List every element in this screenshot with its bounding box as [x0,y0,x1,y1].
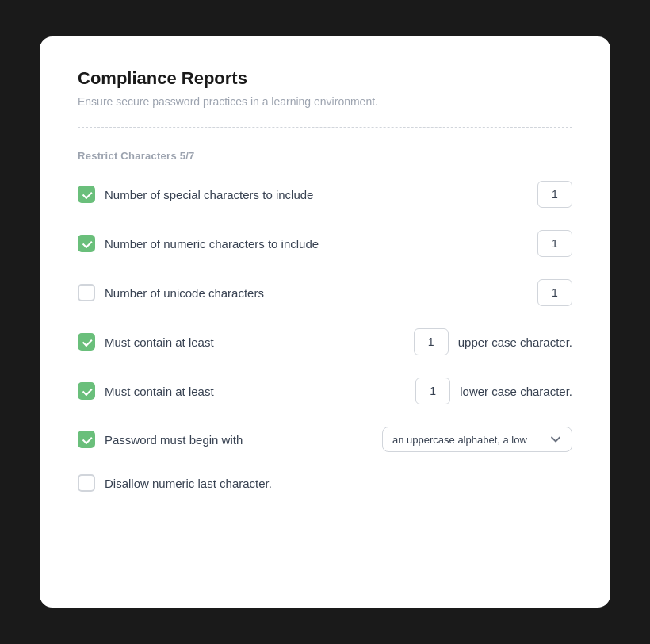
divider [78,127,572,128]
option-row-begin-with: Password must begin withan uppercase alp… [78,427,572,452]
dropdown-begin-with[interactable]: an uppercase alphabet, a low [382,427,572,452]
option-label-special-chars: Number of special characters to include [105,188,528,201]
checkbox-unicode-chars[interactable] [78,284,95,301]
checkbox-numeric-chars[interactable] [78,235,95,252]
compliance-card: Compliance Reports Ensure secure passwor… [40,36,610,608]
checkbox-special-chars[interactable] [78,186,95,203]
option-suffix-lowercase: lower case character. [460,385,572,398]
checkbox-begin-with[interactable] [78,431,95,448]
option-row-special-chars: Number of special characters to include [78,181,572,208]
option-row-disallow-numeric: Disallow numeric last character. [78,474,572,492]
option-label-disallow-numeric: Disallow numeric last character. [105,477,572,490]
option-label-begin-with: Password must begin with [105,433,373,447]
option-label-numeric-chars: Number of numeric characters to include [105,237,528,251]
option-row-numeric-chars: Number of numeric characters to include [78,230,572,257]
checkbox-uppercase[interactable] [78,333,95,351]
page-subtitle: Ensure secure password practices in a le… [78,95,572,108]
number-input-uppercase[interactable] [414,328,449,355]
option-label-unicode-chars: Number of unicode characters [105,286,528,300]
number-input-numeric-chars[interactable] [537,230,572,257]
checkbox-lowercase[interactable] [78,382,95,400]
checkbox-disallow-numeric[interactable] [78,474,95,492]
page-title: Compliance Reports [78,68,572,89]
option-row-lowercase: Must contain at leastlower case characte… [78,378,572,404]
option-suffix-uppercase: upper case character. [458,335,572,349]
number-input-special-chars[interactable] [537,181,572,208]
option-row-uppercase: Must contain at leastupper case characte… [78,328,572,355]
option-label-lowercase: Must contain at least [105,385,406,398]
number-input-lowercase[interactable] [415,378,450,404]
number-input-unicode-chars[interactable] [537,279,572,306]
option-label-uppercase: Must contain at least [105,335,404,349]
section-label: Restrict Characters 5/7 [78,150,572,162]
option-row-unicode-chars: Number of unicode characters [78,279,572,306]
dropdown-value-begin-with: an uppercase alphabet, a low [392,434,527,446]
options-list: Number of special characters to includeN… [78,181,572,492]
chevron-down-icon [549,433,562,446]
